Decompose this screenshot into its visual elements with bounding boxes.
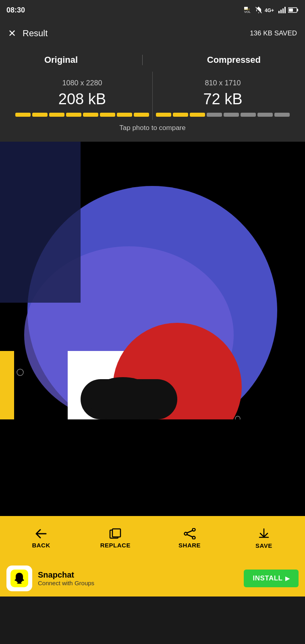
replace-icon [109, 528, 121, 539]
compressed-header: Compressed [207, 55, 261, 65]
original-header: Original [44, 55, 78, 65]
quality-seg-8 [134, 113, 149, 117]
replace-label: REPLACE [100, 542, 131, 549]
comparison-details: 1080 x 2280 208 kB 810 x 1710 72 kB [12, 72, 293, 120]
artwork-svg [0, 142, 305, 419]
svg-rect-26 [0, 351, 14, 419]
replace-button[interactable]: REPLACE [78, 528, 152, 549]
comp-quality-seg-2 [173, 113, 188, 117]
sim-icon: VOL LTE2 [244, 6, 253, 14]
status-bar: 08:30 VOL LTE2 4G+ [0, 0, 305, 20]
compressed-dimensions: 810 x 1710 [153, 79, 293, 87]
quality-seg-2 [32, 113, 48, 117]
svg-rect-15 [0, 142, 81, 303]
status-icons: VOL LTE2 4G+ [244, 6, 299, 14]
share-label: SHARE [178, 542, 201, 549]
snapchat-ghost-icon [10, 570, 28, 587]
quality-seg-5 [83, 113, 98, 117]
original-dimensions: 1080 x 2280 [12, 79, 152, 87]
share-icon [183, 528, 196, 539]
back-icon [35, 528, 48, 539]
comp-quality-seg-3 [190, 113, 205, 117]
original-quality-bar [12, 113, 152, 117]
back-label: BACK [32, 542, 50, 549]
save-icon [258, 528, 270, 540]
quality-seg-7 [117, 113, 132, 117]
save-label: SAVE [255, 542, 272, 549]
install-label: INSTALL [253, 574, 282, 582]
battery-icon [288, 7, 299, 13]
image-area[interactable] [0, 142, 305, 516]
image-canvas [0, 142, 305, 419]
svg-text:LTE2: LTE2 [244, 8, 250, 10]
snapchat-logo [6, 566, 32, 591]
svg-rect-11 [289, 8, 293, 12]
comparison-headers: Original Compressed [12, 55, 293, 65]
original-col: 1080 x 2280 208 kB [12, 79, 152, 120]
page-title: Result [23, 28, 48, 39]
bottom-action-bar: BACK REPLACE SHARE SAVE [0, 516, 305, 560]
signal-bars-icon [278, 7, 286, 13]
signal-icon: 4G+ [265, 6, 276, 14]
compressed-size: 72 kB [153, 91, 293, 108]
svg-text:4G+: 4G+ [265, 8, 274, 13]
compressed-col: 810 x 1710 72 kB [153, 79, 293, 120]
status-time: 08:30 [6, 6, 25, 14]
quality-seg-4 [66, 113, 81, 117]
svg-rect-28 [112, 529, 120, 537]
install-arrow-icon: ▶ [285, 575, 290, 582]
comparison-section: Original Compressed 1080 x 2280 208 kB 8… [0, 47, 305, 142]
tap-compare-text: Tap photo to compare [12, 120, 293, 138]
svg-line-32 [187, 530, 193, 533]
top-bar: ✕ Result 136 KB SAVED [0, 20, 305, 47]
comp-quality-seg-8 [274, 113, 290, 117]
svg-rect-8 [284, 7, 286, 13]
svg-rect-10 [297, 9, 298, 11]
quality-seg-3 [49, 113, 64, 117]
ad-app-name: Snapchat [38, 570, 238, 580]
bell-mute-icon [255, 6, 262, 14]
ad-tagline: Connect with Groups [38, 580, 238, 586]
saved-badge: 136 KB SAVED [250, 29, 297, 37]
comp-quality-seg-6 [241, 113, 256, 117]
top-bar-left: ✕ Result [8, 28, 48, 39]
svg-rect-6 [280, 10, 282, 13]
back-button[interactable]: BACK [4, 528, 78, 549]
share-button[interactable]: SHARE [153, 528, 227, 549]
save-button[interactable]: SAVE [227, 528, 301, 549]
ad-install-button[interactable]: INSTALL ▶ [244, 570, 299, 587]
svg-rect-5 [278, 11, 280, 13]
quality-seg-1 [15, 113, 31, 117]
ad-banner[interactable]: Snapchat Connect with Groups INSTALL ▶ [0, 560, 305, 597]
comp-quality-seg-5 [224, 113, 239, 117]
svg-text:VOL: VOL [244, 10, 251, 14]
close-button[interactable]: ✕ [8, 28, 16, 39]
quality-seg-6 [100, 113, 115, 117]
comp-quality-seg-7 [257, 113, 273, 117]
compressed-quality-bar [153, 113, 293, 117]
ad-text-block: Snapchat Connect with Groups [38, 570, 238, 586]
svg-line-33 [187, 535, 193, 537]
original-size: 208 kB [12, 91, 152, 108]
comp-quality-seg-1 [156, 113, 171, 117]
black-area [0, 419, 305, 516]
svg-rect-7 [282, 8, 284, 13]
comp-quality-seg-4 [207, 113, 222, 117]
svg-point-20 [89, 377, 157, 419]
